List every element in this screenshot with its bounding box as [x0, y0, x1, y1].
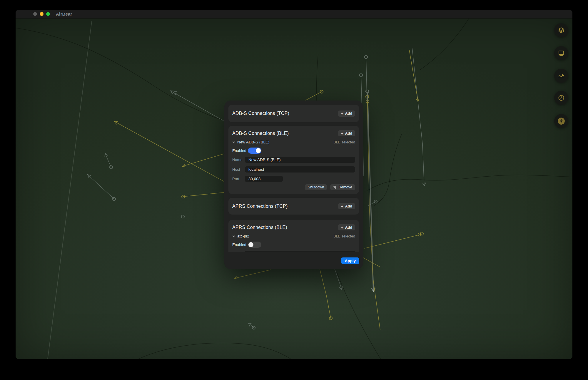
section-aprs-tcp: APRS Connections (TCP) + Add	[228, 198, 359, 215]
host-input[interactable]	[245, 166, 355, 173]
add-aprs-tcp-button[interactable]: + Add	[338, 203, 355, 209]
connection-status: BLE selected	[333, 234, 355, 238]
section-adbs-ble: ADB-S Connections (BLE) + Add New ADB-S …	[228, 126, 359, 194]
host-label: Host	[232, 167, 245, 172]
section-adbs-tcp: ADB-S Connections (TCP) + Add	[228, 105, 359, 122]
add-adbs-tcp-button[interactable]: + Add	[338, 111, 355, 117]
connection-status: BLE selected	[333, 140, 355, 144]
flight-button[interactable]	[554, 69, 568, 83]
layers-icon	[557, 26, 565, 34]
add-label: Add	[345, 131, 352, 135]
titlebar: AirBear	[16, 10, 572, 19]
shutdown-label: Shutdown	[308, 185, 324, 189]
app-window: AirBear	[16, 10, 572, 359]
display-button[interactable]	[554, 46, 568, 60]
connection-name: atc-pi2	[237, 234, 249, 238]
name-input[interactable]	[245, 157, 355, 163]
toggle-knob	[256, 148, 261, 153]
chevron-down-icon	[232, 235, 235, 238]
flight-takeoff-icon	[557, 72, 565, 80]
bolt-icon	[557, 117, 566, 125]
plus-icon: +	[341, 131, 343, 135]
remove-label: Remove	[338, 185, 352, 189]
section-title: ADB-S Connections (TCP)	[232, 111, 289, 116]
section-title: ADB-S Connections (BLE)	[232, 131, 289, 136]
connection-row[interactable]: atc-pi2 BLE selected	[232, 234, 355, 238]
plus-icon: +	[341, 204, 343, 208]
apply-button[interactable]: Apply	[341, 257, 359, 264]
display-icon	[557, 49, 565, 57]
dialog-footer: Apply	[224, 252, 363, 269]
port-input[interactable]	[245, 176, 283, 182]
close-button[interactable]	[33, 12, 37, 16]
add-adbs-ble-button[interactable]: + Add	[338, 130, 355, 136]
trash-icon	[333, 185, 337, 189]
port-label: Port	[232, 177, 245, 181]
section-title: APRS Connections (BLE)	[232, 225, 287, 230]
chevron-down-icon	[232, 140, 235, 144]
section-title: APRS Connections (TCP)	[232, 204, 288, 209]
toggle-knob	[248, 242, 253, 247]
connection-name: New ADB-S (BLE)	[237, 140, 270, 144]
connections-dialog: ADB-S Connections (TCP) + Add ADB-S Conn…	[224, 101, 363, 269]
layers-button[interactable]	[554, 23, 568, 37]
enabled-label: Enabled	[232, 148, 248, 153]
history-clock-icon	[557, 94, 565, 102]
add-aprs-ble-button[interactable]: + Add	[338, 224, 355, 230]
desktop: AirBear	[0, 0, 588, 380]
power-button[interactable]	[554, 114, 568, 128]
add-label: Add	[345, 225, 352, 230]
add-label: Add	[345, 111, 352, 115]
plus-icon: +	[341, 111, 343, 115]
plus-icon: +	[341, 225, 343, 230]
zoom-button[interactable]	[46, 12, 50, 16]
window-title: AirBear	[56, 11, 72, 16]
minimize-button[interactable]	[40, 12, 44, 16]
history-button[interactable]	[554, 91, 568, 105]
enabled-toggle[interactable]	[248, 148, 261, 154]
name-label: Name	[232, 158, 245, 162]
enabled-label: Enabled	[232, 242, 248, 247]
remove-button[interactable]: Remove	[330, 184, 355, 190]
add-label: Add	[345, 204, 352, 208]
enabled-toggle[interactable]	[248, 242, 261, 248]
connection-row[interactable]: New ADB-S (BLE) BLE selected	[232, 140, 355, 144]
shutdown-button[interactable]: Shutdown	[305, 184, 327, 190]
